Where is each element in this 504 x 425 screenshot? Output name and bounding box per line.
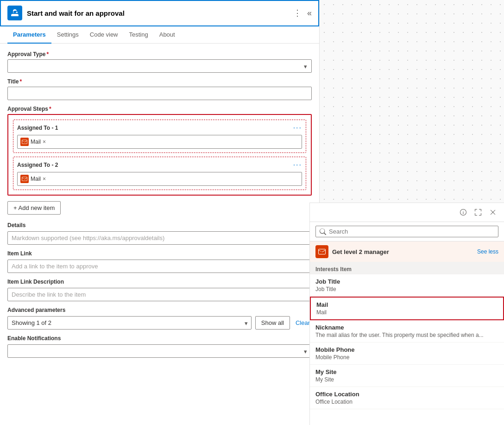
step-2-label: Assigned To - 2 — [17, 162, 58, 168]
item-link-desc-placeholder[interactable]: Describe the link to the item — [7, 288, 312, 301]
flyout-header — [310, 203, 504, 222]
steps-required: * — [49, 106, 51, 112]
advanced-label: Advanced parameters — [7, 307, 312, 313]
enable-notif-dropdown[interactable]: Yes ▾ — [7, 344, 312, 358]
tab-settings[interactable]: Settings — [51, 26, 84, 44]
item-link-placeholder[interactable]: Add a link to the item to approve — [7, 260, 312, 273]
prop-mail[interactable]: Mail Mail — [310, 297, 504, 320]
prop-job-title-desc: Job Title — [315, 286, 498, 292]
step-2-header: Assigned To - 2 ··· — [17, 161, 302, 169]
title-label: Title * — [7, 78, 312, 85]
prop-nickname-desc: The mail alias for the user. This proper… — [315, 332, 498, 338]
approval-type-label: Approval Type * — [7, 51, 312, 57]
section-header: Interests Item — [310, 262, 504, 274]
tab-testing[interactable]: Testing — [124, 26, 154, 44]
step-2-tag-text: Mail — [31, 176, 41, 182]
header-actions: ⋮ « — [293, 8, 312, 18]
prop-nickname[interactable]: Nickname The mail alias for the user. Th… — [310, 320, 504, 343]
advanced-dropdown[interactable]: Showing 1 of 2 ▾ — [7, 316, 252, 330]
prop-job-title[interactable]: Job Title Job Title — [310, 274, 504, 297]
action-header: Start and wait for an approval ⋮ « — [0, 0, 319, 26]
source-item: Get level 2 manager See less — [310, 241, 504, 262]
step-2: Assigned To - 2 ··· Mail × — [13, 157, 306, 190]
header-title: Start and wait for an approval — [27, 9, 293, 17]
tab-bar: Parameters Settings Code view Testing Ab… — [0, 26, 319, 44]
prop-mail-desc: Mail — [316, 309, 498, 316]
mail-tag-icon-1 — [20, 138, 29, 146]
approval-type-dropdown[interactable]: Sequential Approval ▾ — [7, 59, 312, 73]
prop-mobile-phone-name: Mobile Phone — [315, 346, 498, 353]
flyout-search-wrap — [315, 226, 498, 237]
search-icon — [320, 228, 326, 235]
advanced-select[interactable]: Showing 1 of 2 — [7, 316, 252, 330]
add-new-item-button[interactable]: + Add new item — [7, 201, 61, 215]
mail-tag-icon-2 — [20, 175, 29, 183]
advanced-row: Showing 1 of 2 ▾ Show all Clear — [7, 316, 312, 330]
flyout-search-area — [310, 222, 504, 241]
required-marker: * — [46, 51, 49, 57]
prop-my-site-name: My Site — [315, 368, 498, 375]
item-link-desc-label: Item Link Description — [7, 279, 312, 285]
see-less-button[interactable]: See less — [477, 248, 498, 255]
prop-office-location-desc: Office Location — [315, 399, 498, 405]
title-required: * — [19, 78, 22, 85]
collapse-icon[interactable]: « — [307, 8, 312, 18]
step-2-tag-remove[interactable]: × — [43, 176, 46, 182]
action-icon — [7, 6, 22, 20]
prop-mail-name: Mail — [316, 301, 498, 308]
show-all-button[interactable]: Show all — [255, 316, 290, 330]
tab-code-view[interactable]: Code view — [84, 26, 124, 44]
left-panel: Start and wait for an approval ⋮ « Param… — [0, 0, 320, 425]
approval-steps-label: Approval Steps * — [7, 106, 312, 112]
details-label: Details — [7, 222, 312, 228]
step-1-tag-text: Mail — [31, 139, 41, 145]
tab-about[interactable]: About — [154, 26, 181, 44]
prop-mobile-phone[interactable]: Mobile Phone Mobile Phone — [310, 343, 504, 365]
close-icon[interactable] — [487, 207, 498, 218]
prop-office-location[interactable]: Office Location Office Location — [310, 387, 504, 409]
step-2-more-icon[interactable]: ··· — [293, 161, 302, 169]
tab-parameters[interactable]: Parameters — [7, 26, 51, 44]
expand-icon[interactable] — [472, 207, 484, 218]
prop-office-location-name: Office Location — [315, 391, 498, 398]
step-1: Assigned To - 1 ··· Mail × — [13, 120, 306, 153]
step-1-tag-input[interactable]: Mail × — [17, 135, 302, 149]
prop-my-site-desc: My Site — [315, 376, 498, 383]
approval-type-input[interactable]: Sequential Approval — [7, 59, 312, 73]
more-icon[interactable]: ⋮ — [293, 8, 302, 18]
enable-notif-label: Enable Notifications — [7, 335, 312, 342]
info-icon[interactable] — [458, 207, 469, 218]
item-link-label: Item Link — [7, 250, 312, 257]
title-input[interactable]: Managers Vacation Request Approval — [7, 87, 312, 100]
property-list: Interests Item Job Title Job Title Mail … — [310, 262, 504, 425]
source-icon — [315, 245, 328, 258]
flyout-search-input[interactable] — [329, 228, 494, 235]
approval-steps-container: Assigned To - 1 ··· Mail × Assigned — [7, 114, 312, 196]
flyout-panel: Get level 2 manager See less Interests I… — [309, 203, 504, 425]
prop-mobile-phone-desc: Mobile Phone — [315, 354, 498, 361]
step-1-more-icon[interactable]: ··· — [293, 124, 302, 132]
details-placeholder[interactable]: Markdown supported (see https://aka.ms/a… — [7, 231, 312, 245]
prop-my-site[interactable]: My Site My Site — [310, 365, 504, 387]
step-1-tag: Mail × — [20, 138, 46, 146]
enable-notif-input[interactable]: Yes — [7, 344, 312, 358]
prop-nickname-name: Nickname — [315, 324, 498, 331]
step-1-header: Assigned To - 1 ··· — [17, 124, 302, 132]
step-1-label: Assigned To - 1 — [17, 125, 58, 131]
step-2-tag: Mail × — [20, 175, 46, 183]
form-content: Approval Type * Sequential Approval ▾ Ti… — [0, 44, 319, 425]
prop-job-title-name: Job Title — [315, 278, 498, 285]
right-panel: Get level 2 manager See less Interests I… — [320, 0, 504, 425]
step-2-tag-input[interactable]: Mail × — [17, 172, 302, 186]
source-name: Get level 2 manager — [332, 248, 477, 255]
step-1-tag-remove[interactable]: × — [43, 139, 46, 145]
